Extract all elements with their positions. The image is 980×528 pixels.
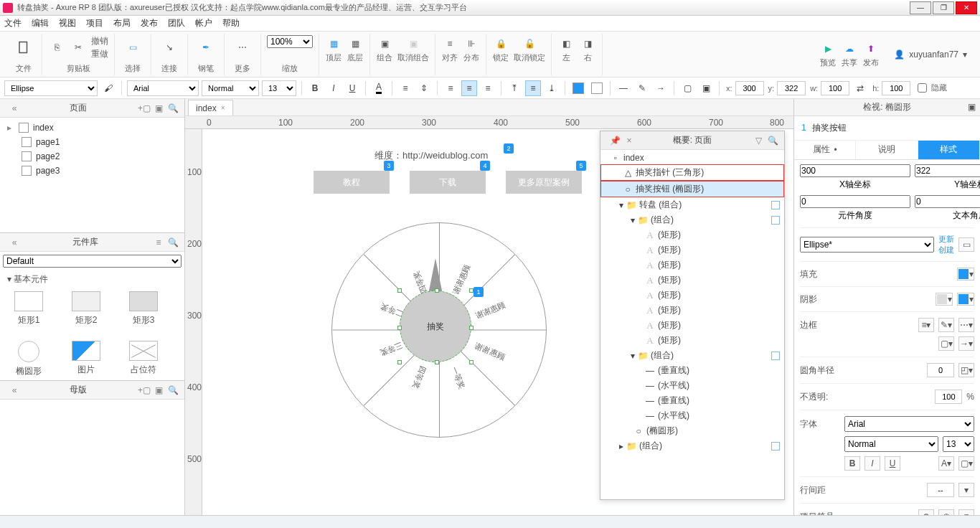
tree-item-page3[interactable]: page3 bbox=[0, 164, 184, 178]
user-name[interactable]: xuyuanfan77 bbox=[909, 50, 958, 60]
bullets-button[interactable]: ≡ bbox=[397, 80, 413, 96]
select-tool-icon[interactable]: ▭ bbox=[121, 35, 145, 60]
outline-row[interactable]: A(矩形) bbox=[600, 258, 784, 273]
tree-item-page1[interactable]: page1 bbox=[0, 135, 184, 149]
tutorial-button[interactable]: 教程3 bbox=[314, 171, 390, 194]
insp-text-shadow-button[interactable]: ▢▾ bbox=[958, 456, 974, 471]
search-icon[interactable]: 🔍 bbox=[167, 237, 179, 248]
outline-row[interactable]: A(矩形) bbox=[600, 303, 784, 318]
font-weight-select[interactable]: Normal bbox=[202, 80, 259, 96]
menu-layout[interactable]: 布局 bbox=[113, 17, 131, 29]
bold-button[interactable]: B bbox=[307, 80, 323, 96]
undo-label[interactable]: 撤销 bbox=[91, 35, 108, 47]
connect-tool-icon[interactable]: ↘ bbox=[157, 35, 182, 60]
copy-icon[interactable]: ⎘ bbox=[48, 39, 65, 56]
menu-edit[interactable]: 编辑 bbox=[32, 17, 49, 29]
insp-text-color-button[interactable]: A▾ bbox=[938, 456, 954, 471]
shape-style-select[interactable]: Ellipse bbox=[4, 80, 98, 96]
border-color-picker[interactable]: ✎▾ bbox=[938, 318, 954, 332]
insp-text-rotation-input[interactable] bbox=[915, 195, 980, 208]
send-back-icon[interactable]: ▦ bbox=[347, 35, 364, 52]
insp-x-input[interactable] bbox=[800, 164, 910, 177]
insp-font-select[interactable]: Arial bbox=[844, 416, 974, 432]
maximize-button[interactable]: ❐ bbox=[933, 1, 954, 14]
menu-file[interactable]: 文件 bbox=[4, 17, 22, 29]
search-icon[interactable]: 🔍 bbox=[767, 135, 778, 146]
add-master-icon[interactable]: +▢ bbox=[138, 385, 150, 396]
fill-color-picker[interactable]: ▾ bbox=[957, 268, 974, 280]
widget-rect1[interactable]: 矩形1 bbox=[7, 291, 50, 326]
font-size-select[interactable]: 13 bbox=[262, 80, 296, 96]
outline-row[interactable]: A(矩形) bbox=[600, 288, 784, 303]
align-icon[interactable]: ≡ bbox=[441, 35, 458, 52]
y-input[interactable] bbox=[777, 81, 806, 95]
outline-row[interactable]: ▾ 📁(组合) bbox=[600, 348, 784, 363]
lock-aspect-icon[interactable]: ⇄ bbox=[852, 80, 868, 96]
insp-weight-select[interactable]: Normal bbox=[844, 436, 938, 452]
w-input[interactable] bbox=[821, 81, 849, 95]
insp-underline-button[interactable]: U bbox=[885, 456, 900, 471]
menu-account[interactable]: 帐户 bbox=[195, 17, 212, 29]
create-link[interactable]: 创建 bbox=[938, 245, 954, 255]
h-input[interactable] bbox=[882, 81, 910, 95]
tree-item-index[interactable]: ▸index bbox=[0, 121, 184, 135]
line-spacing-button[interactable]: ⇕ bbox=[416, 80, 432, 96]
outline-row[interactable]: ○抽奖按钮 (椭圆形) bbox=[600, 181, 784, 197]
more-cases-button[interactable]: 更多原型案例5 bbox=[506, 171, 582, 194]
border-style-picker[interactable]: ⋯▾ bbox=[958, 318, 974, 332]
outline-row[interactable]: A(矩形) bbox=[600, 333, 784, 348]
opacity-input[interactable] bbox=[935, 390, 962, 404]
publish-icon[interactable]: ⬆ bbox=[862, 40, 880, 57]
tab-properties[interactable]: 属性• bbox=[794, 141, 856, 159]
align-left-button[interactable]: ≡ bbox=[443, 80, 458, 96]
valign-bot-button[interactable]: ⤓ bbox=[544, 80, 560, 96]
text-color-button[interactable]: A bbox=[371, 80, 387, 96]
close-icon[interactable]: × bbox=[623, 135, 635, 146]
lib-menu-icon[interactable]: ≡ bbox=[153, 237, 164, 248]
outline-row[interactable]: —(水平线) bbox=[600, 378, 784, 393]
tree-item-page2[interactable]: page2 bbox=[0, 149, 184, 164]
menu-help[interactable]: 帮助 bbox=[222, 17, 240, 29]
insp-rotation-input[interactable] bbox=[800, 195, 910, 208]
outline-row[interactable]: ○(椭圆形) bbox=[600, 423, 784, 438]
redo-label[interactable]: 重做 bbox=[91, 48, 108, 60]
line-height-more[interactable]: ▾ bbox=[958, 483, 974, 497]
align-right-icon[interactable]: ◨ bbox=[579, 35, 596, 52]
valign-mid-button[interactable]: ≡ bbox=[525, 80, 541, 96]
line-color-button[interactable] bbox=[589, 80, 605, 96]
shadow-out-button[interactable]: ▢ bbox=[679, 80, 695, 96]
search-icon[interactable]: 🔍 bbox=[167, 385, 179, 396]
border-width-picker[interactable]: ≡▾ bbox=[918, 318, 934, 332]
valign-top-button[interactable]: ⤒ bbox=[507, 80, 522, 96]
hidden-checkbox[interactable] bbox=[918, 83, 927, 93]
underline-button[interactable]: U bbox=[344, 80, 360, 96]
user-dropdown-icon[interactable]: ▾ bbox=[963, 50, 967, 60]
download-button[interactable]: 下载4 bbox=[410, 171, 486, 194]
insp-italic-button[interactable]: I bbox=[864, 456, 880, 471]
line-height-input[interactable] bbox=[927, 483, 954, 497]
radius-corner-picker[interactable]: ◰▾ bbox=[958, 363, 974, 377]
close-tab-icon[interactable]: × bbox=[221, 104, 225, 112]
group-icon[interactable]: ▣ bbox=[376, 35, 393, 52]
insp-bold-button[interactable]: B bbox=[844, 456, 860, 471]
border-arrow-picker[interactable]: →▾ bbox=[958, 336, 974, 351]
menu-team[interactable]: 团队 bbox=[168, 17, 185, 29]
outline-row[interactable]: —(水平线) bbox=[600, 408, 784, 423]
add-page-icon[interactable]: +▢ bbox=[138, 103, 150, 114]
add-folder-icon[interactable]: ▣ bbox=[153, 103, 164, 114]
outline-row[interactable]: A(矩形) bbox=[600, 227, 784, 242]
new-file-icon[interactable] bbox=[11, 35, 36, 60]
distribute-icon[interactable]: ⊪ bbox=[463, 35, 480, 52]
insp-size-select[interactable]: 13 bbox=[943, 436, 974, 452]
align-right-button[interactable]: ≡ bbox=[480, 80, 496, 96]
outer-shadow-picker[interactable]: ▾ bbox=[936, 293, 953, 306]
align-center-button[interactable]: ≡ bbox=[461, 80, 477, 96]
widget-rect2[interactable]: 矩形2 bbox=[65, 291, 108, 326]
pen-tool-icon[interactable]: ✒ bbox=[194, 35, 218, 60]
shape-picker-icon[interactable]: ▭ bbox=[958, 237, 974, 252]
paint-format-icon[interactable]: 🖌 bbox=[100, 80, 116, 96]
tab-index[interactable]: index× bbox=[188, 100, 233, 116]
radius-input[interactable] bbox=[927, 363, 954, 377]
pin-icon[interactable]: 📌 bbox=[609, 135, 621, 146]
collapse-icon[interactable]: « bbox=[9, 385, 20, 396]
